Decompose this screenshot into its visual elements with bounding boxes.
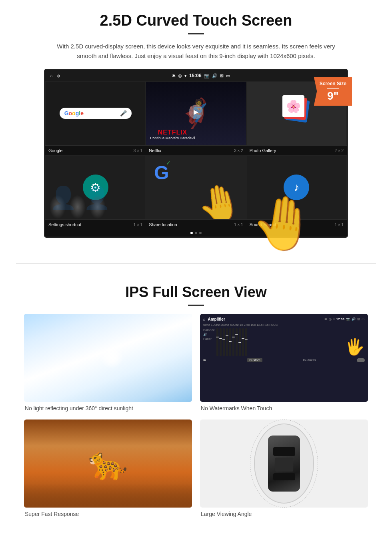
badge-size: 9" xyxy=(327,90,339,102)
feature-label-watermark: No Watermarks When Touch xyxy=(200,405,368,411)
status-center: ✱ ◎ ▾ 15:06 📷 🔊 ⊠ ▭ xyxy=(172,73,230,78)
music-icon: ♪ xyxy=(284,175,309,200)
loudness-label: loudness xyxy=(303,358,316,362)
section1-description: With 2.5D curved-display screen, this de… xyxy=(56,42,336,61)
gallery-label: Photo Gallery 2 × 2 xyxy=(246,147,347,154)
status-left: ⌂ ψ xyxy=(50,73,60,78)
window-icon: ▭ xyxy=(226,73,230,78)
netflix-label: Netflix 3 × 2 xyxy=(146,147,246,154)
netflix-tile[interactable]: 🦸 ▶ NETFLIX Continue Marvel's Daredevil xyxy=(146,81,246,145)
custom-button[interactable]: Custom xyxy=(247,358,262,362)
flower-icon: 🌸 xyxy=(286,99,301,113)
feature-watermark: ⌂ Amplifier ✱◎▾ 17:33 📷🔊⊠▭ 60hz100hz200h… xyxy=(200,314,368,411)
bluetooth-icon: ✱ xyxy=(172,73,176,78)
status-time: 15:06 xyxy=(189,73,202,78)
share-tile[interactable]: G ✓ 🤚 xyxy=(146,155,246,219)
mic-icon[interactable]: 🎤 xyxy=(120,110,127,116)
dot-3 xyxy=(199,232,202,234)
google-label: Google 3 × 1 xyxy=(45,147,146,154)
device-mockup: Screen Size 9" ⌂ ψ ✱ ◎ ▾ 15:06 📷 🔊 xyxy=(44,69,348,238)
feature-image-response: 🐆 xyxy=(24,420,192,508)
dot-1 xyxy=(190,232,193,234)
status-bar: ⌂ ψ ✱ ◎ ▾ 15:06 📷 🔊 ⊠ ▭ xyxy=(45,70,347,81)
section-ips: IPS Full Screen View No light reflecting… xyxy=(0,280,392,529)
device-screen: ⌂ ψ ✱ ◎ ▾ 15:06 📷 🔊 ⊠ ▭ xyxy=(44,69,348,238)
close-icon: ⊠ xyxy=(220,73,224,78)
app-labels-row2: Settings shortcut 1 × 1 Share location 1… xyxy=(45,219,347,229)
feature-image-sunlight xyxy=(24,314,192,402)
section-separator xyxy=(16,263,376,264)
google-logo: Google xyxy=(64,110,84,116)
netflix-logo: NETFLIX xyxy=(150,129,195,136)
google-tile[interactable]: Google 🎤 xyxy=(45,81,146,145)
badge-divider xyxy=(327,88,339,89)
pagination-dots xyxy=(45,229,347,237)
app-grid-row2: 👤 👤 ⚙ G ✓ 🤚 ♪ xyxy=(45,155,347,219)
dot-2 xyxy=(195,232,197,234)
share-label: Share location 1 × 1 xyxy=(146,221,246,228)
usb-icon: ψ xyxy=(57,73,60,78)
amp-title: Amplifier xyxy=(208,317,225,321)
feature-response: 🐆 Super Fast Response xyxy=(24,420,192,517)
camera-icon: 📷 xyxy=(204,73,210,78)
section1-title: 2.5D Curved Touch Screen xyxy=(24,12,368,29)
home-icon[interactable]: ⌂ xyxy=(50,73,53,78)
amp-home-icon: ⌂ xyxy=(203,317,205,321)
google-search-bar[interactable]: Google 🎤 xyxy=(60,108,132,119)
volume-icon: 🔊 xyxy=(212,73,218,78)
feature-label-sunlight: No light reflecting under 360° direct su… xyxy=(24,405,192,411)
feature-image-viewing xyxy=(200,420,368,508)
badge-unit: " xyxy=(333,90,338,102)
feature-image-watermark: ⌂ Amplifier ✱◎▾ 17:33 📷🔊⊠▭ 60hz100hz200h… xyxy=(200,314,368,402)
gallery-cards: 🌸 xyxy=(278,95,314,131)
netflix-content: NETFLIX Continue Marvel's Daredevil xyxy=(150,129,195,140)
play-button[interactable]: ▶ xyxy=(189,104,203,119)
settings-label: Settings shortcut 1 × 1 xyxy=(45,221,146,228)
signal-icon: ▾ xyxy=(184,73,187,78)
section1-divider xyxy=(188,33,204,34)
netflix-subtitle: Continue Marvel's Daredevil xyxy=(150,136,195,140)
feature-sunlight: No light reflecting under 360° direct su… xyxy=(24,314,192,411)
feature-label-viewing: Large Viewing Angle xyxy=(200,511,368,517)
cheetah-image: 🐆 xyxy=(24,420,192,508)
gallery-card-front: 🌸 xyxy=(282,95,304,117)
cheetah-silhouette: 🐆 xyxy=(88,445,128,482)
feature-viewing: Large Viewing Angle xyxy=(200,420,368,517)
music-label: Sound Search 1 × 1 xyxy=(246,221,347,228)
feature-label-response: Super Fast Response xyxy=(24,511,192,517)
settings-tile[interactable]: 👤 👤 ⚙ xyxy=(45,155,146,219)
maps-checkmark: ✓ xyxy=(166,160,171,166)
prev-icon: ⏮ xyxy=(203,358,206,362)
location-icon: ◎ xyxy=(178,73,182,78)
amplifier-screen: ⌂ Amplifier ✱◎▾ 17:33 📷🔊⊠▭ 60hz100hz200h… xyxy=(200,314,368,402)
hand-pointer: 🤚 xyxy=(194,179,245,219)
section2-divider xyxy=(188,305,204,306)
app-labels-row1: Google 3 × 1 Netflix 3 × 2 Photo Gallery… xyxy=(45,145,347,155)
feature-grid: No light reflecting under 360° direct su… xyxy=(24,314,368,517)
section2-title: IPS Full Screen View xyxy=(24,284,368,301)
app-grid-row1: Google 🎤 🦸 ▶ NETFLIX Continue Marvel's D… xyxy=(45,81,347,145)
badge-title: Screen Size xyxy=(320,81,346,86)
sky-image xyxy=(24,314,192,402)
amp-hand: 🖐 xyxy=(345,337,365,356)
music-tile[interactable]: ♪ xyxy=(246,155,347,219)
loudness-toggle[interactable] xyxy=(357,358,365,362)
screen-size-badge: Screen Size 9" xyxy=(314,77,352,106)
section-curved-touch: 2.5D Curved Touch Screen With 2.5D curve… xyxy=(0,0,392,247)
car-image xyxy=(200,420,368,508)
